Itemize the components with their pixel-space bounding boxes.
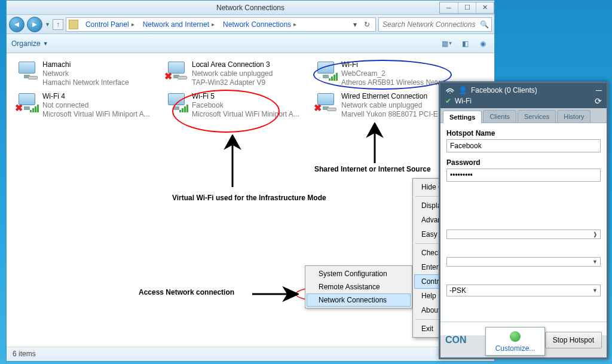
menu-remote-assistance[interactable]: Remote Assistance xyxy=(307,280,411,293)
hotspot-name-input[interactable] xyxy=(446,139,601,152)
chevron-down-icon: ▼ xyxy=(43,41,48,47)
connection-device: Atheros AR5B91 Wireless Netw... xyxy=(341,78,448,87)
connectify-header: 👤 Facebook (0 Clients) ─ ✔ Wi-Fi ⟳ xyxy=(440,83,607,108)
organize-label: Organize xyxy=(11,39,41,48)
search-icon: 🔍 xyxy=(480,20,489,29)
menu-label: Exit xyxy=(421,325,433,333)
up-button[interactable]: ↑ xyxy=(53,19,63,30)
password-label: Password xyxy=(446,158,601,167)
search-box[interactable]: 🔍 xyxy=(378,17,492,32)
connection-device: Hamachi Network Interface xyxy=(42,78,129,87)
close-button[interactable]: ✕ xyxy=(476,2,494,13)
connection-text: Wi-Fi 5FacebookMicrosoft Virtual WiFi Mi… xyxy=(192,92,299,119)
help-button[interactable]: ◉ xyxy=(476,38,489,50)
connection-item[interactable]: ✖Wi-Fi 4Not connectedMicrosoft Virtual W… xyxy=(13,90,162,121)
maximize-button[interactable]: ☐ xyxy=(458,2,476,13)
address-dropdown-icon[interactable]: ▾ xyxy=(350,20,360,29)
connection-status: Network cable unplugged xyxy=(192,69,273,78)
connection-name: Wi-Fi 5 xyxy=(192,92,299,101)
dropdown-2[interactable]: ▼ xyxy=(446,257,601,267)
connectify-tabs: Settings Clients Services History xyxy=(440,108,607,123)
connection-item[interactable]: HamachiNetworkHamachi Network Interface xyxy=(13,58,162,90)
search-input[interactable] xyxy=(381,20,480,29)
connection-status: Facebook xyxy=(192,101,299,110)
crumb-network-connections[interactable]: Network Connections▸ xyxy=(219,19,300,30)
password-input[interactable] xyxy=(446,169,601,182)
connection-icon: ✖ xyxy=(16,92,38,112)
status-count: 6 items xyxy=(13,350,36,358)
folder-icon xyxy=(69,20,78,29)
mode-value: -PSK xyxy=(449,286,466,295)
menu-network-connections[interactable]: Network Connections xyxy=(307,293,411,307)
connection-icon: ✖ xyxy=(166,60,187,81)
tab-clients[interactable]: Clients xyxy=(483,110,516,123)
crumb-network-internet[interactable]: Network and Internet▸ xyxy=(139,19,218,30)
window-controls: ─ ☐ ✕ xyxy=(439,2,494,14)
connection-status: Network xyxy=(42,69,129,78)
connection-device: Marvell Yukon 88E8071 PCI-E G... xyxy=(341,110,452,119)
wifi-icon xyxy=(445,85,455,95)
mode-dropdown[interactable]: -PSK ▼ xyxy=(446,285,601,296)
connection-icon xyxy=(315,60,336,81)
status-bar: 6 items xyxy=(7,347,494,361)
connectify-panel: 👤 Facebook (0 Clients) ─ ✔ Wi-Fi ⟳ Setti… xyxy=(439,81,608,359)
context-menu: System Configuration Remote Assistance N… xyxy=(305,265,412,308)
refresh-button[interactable]: ↻ xyxy=(361,20,373,29)
connection-text: Wi-Fi 4Not connectedMicrosoft Virtual Wi… xyxy=(42,92,150,119)
connectify-body: Hotspot Name Password ❱ ▼ -PSK ▼ xyxy=(440,123,607,335)
tab-history[interactable]: History xyxy=(557,110,590,123)
view-button[interactable]: ▦ ▼ xyxy=(440,38,454,50)
window-title: Network Connections xyxy=(216,4,284,12)
connection-name: Local Area Connection 3 xyxy=(192,60,273,69)
chevron-down-icon: ▼ xyxy=(592,259,598,265)
connection-name: Wi-Fi xyxy=(341,60,448,69)
status-icon xyxy=(510,331,521,342)
menu-label: Help xyxy=(421,292,436,300)
dropdown-1[interactable]: ❱ xyxy=(446,230,601,239)
connection-text: Wi-FiWebCream_2Atheros AR5B91 Wireless N… xyxy=(341,60,448,87)
crumb-control-panel[interactable]: Control Panel▸ xyxy=(82,19,138,30)
titlebar: Network Connections ─ ☐ ✕ xyxy=(7,1,494,15)
connection-icon xyxy=(166,92,187,112)
chevron-down-icon: ❱ xyxy=(593,231,598,237)
customize-link[interactable]: Customize... xyxy=(495,344,536,353)
connection-name: Wi-Fi 4 xyxy=(42,92,150,101)
organize-button[interactable]: Organize ▼ xyxy=(11,39,48,48)
customize-popup: Customize... xyxy=(485,327,545,356)
user-icon: 👤 xyxy=(458,86,467,94)
minimize-button[interactable]: ─ xyxy=(440,2,458,13)
connection-device: Microsoft Virtual WiFi Miniport A... xyxy=(192,110,299,119)
connectify-title: Facebook (0 Clients) xyxy=(471,86,537,94)
connection-device: TAP-Win32 Adapter V9 xyxy=(192,78,273,87)
navigation-toolbar: ◄ ► ▼ ↑ Control Panel▸ Network and Inter… xyxy=(7,15,494,34)
preview-pane-button[interactable]: ◧ xyxy=(458,38,472,50)
history-dropdown-icon[interactable]: ▼ xyxy=(45,22,50,27)
connection-status: Not connected xyxy=(42,101,150,110)
connection-item[interactable]: Wi-Fi 5FacebookMicrosoft Virtual WiFi Mi… xyxy=(162,90,311,121)
command-bar: Organize ▼ ▦ ▼ ◧ ◉ xyxy=(7,34,494,53)
hotspot-name-label: Hotspot Name xyxy=(446,129,601,137)
refresh-icon[interactable]: ⟳ xyxy=(595,96,602,106)
connection-icon xyxy=(16,60,38,81)
connection-item[interactable]: ✖Local Area Connection 3Network cable un… xyxy=(162,58,311,90)
connection-status: Network cable unplugged xyxy=(341,101,452,110)
connection-device: Microsoft Virtual WiFi Miniport A... xyxy=(42,110,150,119)
connectify-sub: Wi-Fi xyxy=(455,97,472,105)
tab-settings[interactable]: Settings xyxy=(443,111,482,123)
connection-name: Hamachi xyxy=(42,60,129,69)
back-button[interactable]: ◄ xyxy=(9,17,25,32)
connection-icon: ✖ xyxy=(315,92,336,112)
connectify-logo: CON xyxy=(445,335,467,345)
address-bar[interactable]: Control Panel▸ Network and Internet▸ Net… xyxy=(66,17,376,32)
connection-text: Wired Ethernet ConnectionNetwork cable u… xyxy=(341,92,452,119)
forward-button[interactable]: ► xyxy=(27,17,42,32)
connection-text: Local Area Connection 3Network cable unp… xyxy=(192,60,273,87)
chevron-down-icon: ▼ xyxy=(592,287,598,293)
connection-name: Wired Ethernet Connection xyxy=(341,92,452,101)
connection-status: WebCream_2 xyxy=(341,69,448,78)
check-icon: ✔ xyxy=(445,97,451,105)
tab-services[interactable]: Services xyxy=(518,110,556,123)
panel-minimize-button[interactable]: ─ xyxy=(596,85,602,95)
menu-system-config[interactable]: System Configuration xyxy=(307,267,411,280)
stop-hotspot-button[interactable]: Stop Hotspot xyxy=(545,332,602,348)
